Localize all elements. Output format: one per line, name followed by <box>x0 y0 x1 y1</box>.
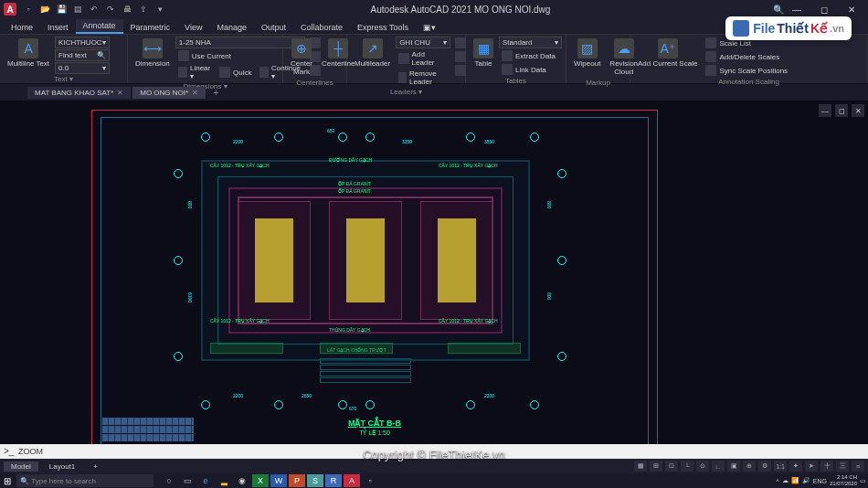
dim-text: 3550 <box>484 139 494 144</box>
center-mark-button[interactable]: ⊕Center Mark <box>287 37 316 78</box>
status-polar-icon[interactable]: └ <box>681 461 693 472</box>
close-icon[interactable]: ✕ <box>117 89 123 97</box>
table-style-dropdown[interactable]: Standard▾ <box>499 37 562 48</box>
tab-featured[interactable]: ▣▾ <box>416 21 443 34</box>
link-data-button[interactable]: Link Data <box>499 63 562 76</box>
new-drawing-tab[interactable]: + <box>207 86 224 100</box>
task-revit-icon[interactable]: R <box>325 474 342 487</box>
qat-dropdown-icon[interactable]: ▾ <box>153 3 166 16</box>
vp-maximize-icon[interactable]: ◻ <box>835 104 848 117</box>
dimension-button[interactable]: ⟷ Dimension <box>132 37 174 69</box>
tab-annotate[interactable]: Annotate <box>76 19 123 34</box>
task-sketchup-icon[interactable]: S <box>307 474 323 487</box>
task-edge-icon[interactable]: e <box>197 474 214 487</box>
close-button[interactable]: ✕ <box>839 1 864 17</box>
extract-data-button[interactable]: Extract Data <box>499 49 562 62</box>
status-otrack-icon[interactable]: ∟ <box>712 461 725 472</box>
add-layout-tab[interactable]: + <box>86 461 105 472</box>
tab-insert[interactable]: Insert <box>40 21 76 34</box>
panel-leaders-title[interactable]: Leaders ▾ <box>351 87 461 96</box>
vp-minimize-icon[interactable]: — <box>819 104 831 117</box>
drawing-canvas[interactable]: — ◻ ✕ 2200 650 3350 3550 2200 2650 6 <box>0 101 868 448</box>
maximize-button[interactable]: ◻ <box>811 1 837 17</box>
tab-parametric[interactable]: Parametric <box>123 21 178 34</box>
status-ortho-icon[interactable]: ⊡ <box>665 461 678 472</box>
tab-home[interactable]: Home <box>4 21 40 34</box>
wipeout-button[interactable]: ▨Wipeout <box>570 37 604 69</box>
tab-expresstools[interactable]: Express Tools <box>350 21 416 34</box>
linear-button[interactable]: Linear ▾ <box>175 63 215 81</box>
add-leader-button[interactable]: Add Leader <box>396 49 450 68</box>
qat-new-icon[interactable]: ▫ <box>22 3 35 16</box>
tab-output[interactable]: Output <box>254 21 293 34</box>
annotation-label: ĐƯỜNG DÂY GẠCH <box>329 157 372 163</box>
add-scale-button[interactable]: A⁺Add Current Scale <box>634 37 701 69</box>
tray-up-icon[interactable]: ^ <box>777 478 779 484</box>
tab-collaborate[interactable]: Collaborate <box>293 21 350 34</box>
task-autocad-icon[interactable]: A <box>344 474 360 487</box>
status-osnap-icon[interactable]: ⊙ <box>696 461 709 472</box>
text-height-field[interactable]: 0.0▾ <box>55 62 110 74</box>
tray-notifications-icon[interactable]: ▭ <box>860 477 866 484</box>
qat-plot-icon[interactable]: 🖶 <box>121 3 133 16</box>
tray-wifi-icon[interactable]: 📶 <box>791 477 799 484</box>
tray-volume-icon[interactable]: 🔊 <box>802 477 810 484</box>
qat-undo-icon[interactable]: ↶ <box>88 3 101 16</box>
tray-cloud-icon[interactable]: ☁ <box>782 477 789 484</box>
taskbar-search[interactable]: 🔍 Type here to search <box>16 474 153 487</box>
status-lwt-icon[interactable]: ▣ <box>727 461 740 472</box>
text-style-dropdown[interactable]: KICHTHUOC▾ <box>55 37 110 48</box>
status-isolate-icon[interactable]: 三 <box>836 461 849 472</box>
quick-button[interactable]: Quick <box>217 63 254 81</box>
model-tab[interactable]: Model <box>4 461 38 472</box>
windows-taskbar: ⊞ 🔍 Type here to search ○ ▭ e ▂ ◉ X W P … <box>0 473 868 488</box>
task-word-icon[interactable]: W <box>270 474 287 487</box>
drawing-tab-2[interactable]: MO ONG NOI*✕ <box>132 87 206 99</box>
layout1-tab[interactable]: Layout1 <box>42 461 82 472</box>
wipeout-label: Wipeout <box>574 59 600 68</box>
task-explorer-icon[interactable]: ▂ <box>216 474 232 487</box>
leader-style-dropdown[interactable]: GHI CHU▾ <box>396 37 450 48</box>
close-icon[interactable]: ✕ <box>192 89 198 97</box>
sync-scale-button[interactable]: Sync Scale Positions <box>703 64 790 77</box>
app-icon[interactable]: A <box>4 3 16 16</box>
table-button[interactable]: ▦Table <box>470 37 497 69</box>
status-anno-icon[interactable]: ✦ <box>789 461 802 472</box>
status-workspace-icon[interactable]: ➤ <box>805 461 818 472</box>
linear-icon <box>178 67 187 78</box>
status-gear-icon[interactable]: ⚙ <box>758 461 771 472</box>
drawing-tab-1[interactable]: MAT BANG KHAO SAT*✕ <box>27 87 131 99</box>
qat-save-icon[interactable]: 💾 <box>55 3 68 16</box>
minimize-button[interactable]: — <box>784 1 810 17</box>
qat-redo-icon[interactable]: ↷ <box>104 3 117 16</box>
task-ppt-icon[interactable]: P <box>289 474 305 487</box>
remove-leader-button[interactable]: Remove Leader <box>396 69 450 87</box>
tray-clock[interactable]: 2:14 CH 21/07/2020 <box>830 474 857 487</box>
multileader-button[interactable]: ↗Multileader <box>351 37 394 69</box>
multiline-text-button[interactable]: A Multiline Text <box>4 37 53 69</box>
panel-text-title[interactable]: Text ▾ <box>4 74 123 83</box>
status-custom-icon[interactable]: ≡ <box>852 461 864 472</box>
tray-lang[interactable]: ENG <box>813 478 827 484</box>
title-search[interactable]: 🔍 <box>773 5 784 15</box>
qat-saveas-icon[interactable]: ▤ <box>71 3 84 16</box>
qat-open-icon[interactable]: 📂 <box>38 3 51 16</box>
task-view-icon[interactable]: ▭ <box>179 474 196 487</box>
tab-manage[interactable]: Manage <box>209 21 254 34</box>
adddelete-scales-button[interactable]: Add/Delete Scales <box>703 50 790 63</box>
status-grid-icon[interactable]: ▦ <box>634 461 647 472</box>
task-cortana-icon[interactable]: ○ <box>161 474 177 487</box>
status-scale[interactable]: 1:1 <box>774 461 787 472</box>
status-monitor-icon[interactable]: 十 <box>820 461 833 472</box>
task-chrome-icon[interactable]: ◉ <box>234 474 250 487</box>
task-app-icon[interactable]: ▫ <box>362 474 378 487</box>
status-transparency-icon[interactable]: ⊕ <box>743 461 756 472</box>
vp-close-icon[interactable]: ✕ <box>852 104 864 117</box>
tab-view[interactable]: View <box>177 21 209 34</box>
task-excel-icon[interactable]: X <box>252 474 269 487</box>
find-text-field[interactable]: Find text🔍 <box>55 49 110 61</box>
status-snap-icon[interactable]: ⊞ <box>650 461 662 472</box>
qat-share-icon[interactable]: ⇪ <box>137 3 150 16</box>
start-button[interactable]: ⊞ <box>0 473 15 488</box>
viewport-controls: — ◻ ✕ <box>819 104 864 117</box>
